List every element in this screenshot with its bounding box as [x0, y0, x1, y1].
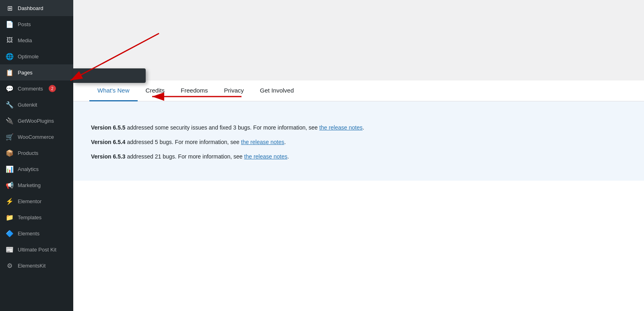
sidebar-label-products: Products [18, 150, 38, 156]
sidebar-item-elements[interactable]: 🔷Elements [0, 225, 73, 241]
sidebar-item-elementor[interactable]: ⚡Elementor [0, 193, 73, 209]
elementskit-icon: ⚙ [6, 262, 14, 270]
tab-freedoms[interactable]: Freedoms [173, 80, 216, 101]
sidebar-item-pages[interactable]: 📋Pages [0, 64, 73, 80]
sidebar-label-posts: Posts [18, 21, 31, 27]
sidebar-label-woocommerce: WooCommerce [18, 134, 54, 140]
sidebar-item-media[interactable]: 🖼Media [0, 32, 73, 48]
gutenkit-icon: 🔧 [6, 101, 14, 109]
sidebar-label-analytics: Analytics [18, 166, 39, 172]
tab-credits[interactable]: Credits [138, 80, 173, 101]
sidebar-item-marketing[interactable]: 📢Marketing [0, 177, 73, 193]
getwoo-icon: 🔌 [6, 117, 14, 125]
release-p3: Version 6.5.3 addressed 21 bugs. For mor… [91, 152, 626, 162]
sidebar-item-comments[interactable]: 💬Comments2 [0, 80, 73, 97]
products-icon: 📦 [6, 149, 14, 157]
templates-icon: 📁 [6, 213, 14, 221]
sidebar-label-pages: Pages [18, 70, 33, 76]
sidebar-label-optimole: Optimole [18, 54, 39, 60]
submenu-add-new-page[interactable] [73, 76, 146, 83]
marketing-icon: 📢 [6, 181, 14, 189]
sidebar-label-getwoo: GetWooPlugins [18, 118, 54, 124]
dashboard-icon: ⊞ [6, 4, 14, 12]
release-p1: Version 6.5.5 addressed some security is… [91, 123, 626, 133]
woocommerce-icon: 🛒 [6, 133, 14, 141]
sidebar-label-elementor: Elementor [18, 198, 41, 204]
elements-icon: 🔷 [6, 229, 14, 237]
sidebar-item-templates[interactable]: 📁Templates [0, 209, 73, 225]
sidebar-label-gutenkit: Gutenkit [18, 102, 37, 108]
sidebar-item-elementskit[interactable]: ⚙ElementsKit [0, 257, 73, 274]
wp-tabs: What's NewCreditsFreedomsPrivacyGet Invo… [73, 80, 644, 101]
release-notes-link-3[interactable]: the release notes [244, 153, 287, 160]
comments-badge: 2 [49, 85, 56, 92]
elementor-icon: ⚡ [6, 197, 14, 205]
sidebar-item-optimole[interactable]: 🌐Optimole [0, 48, 73, 64]
sidebar-item-woocommerce[interactable]: 🛒WooCommerce [0, 129, 73, 145]
tab-privacy[interactable]: Privacy [216, 80, 252, 101]
comments-icon: 💬 [6, 84, 14, 93]
submenu-all-pages[interactable] [73, 68, 146, 76]
sidebar: ⊞Dashboard📄Posts🖼Media🌐Optimole📋Pages💬Co… [0, 0, 73, 311]
sidebar-label-elementskit: ElementsKit [18, 263, 45, 269]
sidebar-label-dashboard: Dashboard [18, 5, 43, 11]
wp-about-header [73, 0, 644, 80]
tab-get-involved[interactable]: Get Involved [252, 80, 302, 101]
media-icon: 🖼 [6, 36, 14, 44]
pages-submenu [73, 68, 146, 83]
sidebar-label-marketing: Marketing [18, 182, 41, 188]
sidebar-item-products[interactable]: 📦Products [0, 145, 73, 161]
sidebar-item-posts[interactable]: 📄Posts [0, 16, 73, 32]
sidebar-item-analytics[interactable]: 📊Analytics [0, 161, 73, 177]
release-notes-link-1[interactable]: the release notes [319, 124, 362, 131]
optimole-icon: 🌐 [6, 52, 14, 60]
posts-icon: 📄 [6, 20, 14, 28]
sidebar-label-elements: Elements [18, 231, 39, 237]
release-p2: Version 6.5.4 addressed 5 bugs. For more… [91, 138, 626, 147]
release-notes-link-2[interactable]: the release notes [241, 139, 284, 145]
pages-icon: 📋 [6, 68, 14, 76]
sidebar-item-getwoo[interactable]: 🔌GetWooPlugins [0, 113, 73, 129]
ultimate-post-kit-icon: 📰 [6, 245, 14, 253]
wp-content: Version 6.5.5 addressed some security is… [73, 101, 644, 181]
sidebar-label-templates: Templates [18, 214, 41, 220]
main-content: What's NewCreditsFreedomsPrivacyGet Invo… [73, 0, 644, 311]
sidebar-item-dashboard[interactable]: ⊞Dashboard [0, 0, 73, 16]
sidebar-label-ultimate-post-kit: Ultimate Post Kit [18, 247, 56, 253]
sidebar-label-media: Media [18, 37, 32, 43]
sidebar-item-gutenkit[interactable]: 🔧Gutenkit [0, 97, 73, 113]
sidebar-item-ultimate-post-kit[interactable]: 📰Ultimate Post Kit [0, 241, 73, 257]
tab-whats-new[interactable]: What's New [89, 80, 138, 101]
analytics-icon: 📊 [6, 165, 14, 173]
sidebar-label-comments: Comments [18, 86, 43, 92]
